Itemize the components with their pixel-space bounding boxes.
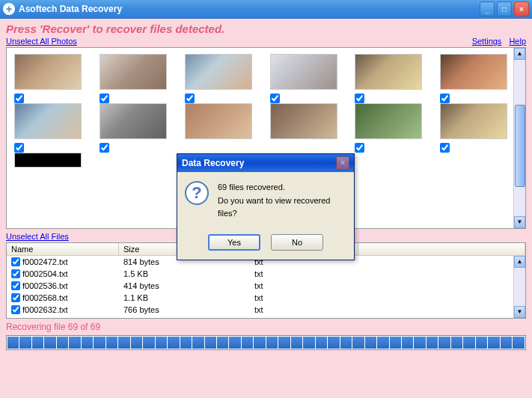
progress-block	[402, 337, 413, 349]
photo-checkbox[interactable]	[100, 143, 109, 153]
file-row[interactable]: f0002504.txt1.5 KBtxt	[7, 268, 525, 280]
file-size: 1.1 KB	[119, 293, 250, 302]
photo-checkbox[interactable]	[14, 94, 24, 103]
progress-block	[291, 337, 302, 349]
file-size: 414 bytes	[119, 281, 250, 290]
photo-item[interactable]	[14, 153, 92, 168]
yes-button[interactable]: Yes	[208, 234, 260, 251]
photo-checkbox[interactable]	[440, 143, 450, 153]
no-button[interactable]: No	[271, 234, 323, 251]
photo-thumb	[185, 103, 252, 139]
file-checkbox[interactable]	[11, 269, 20, 278]
photo-item[interactable]	[185, 103, 263, 139]
file-row[interactable]: f0002568.txt1.1 KBtxt	[7, 292, 525, 304]
scroll-thumb[interactable]	[515, 105, 525, 187]
progress-block	[316, 337, 327, 349]
file-scrollbar[interactable]: ▲ ▼	[513, 256, 525, 318]
file-name: f0002472.txt	[22, 257, 68, 266]
file-checkbox[interactable]	[11, 305, 20, 314]
window-title: Asoftech Data Recovery	[19, 4, 480, 14]
progress-bar	[6, 335, 526, 350]
file-size: 1.5 KB	[119, 269, 250, 278]
file-extension: txt	[250, 293, 358, 302]
progress-block	[94, 337, 105, 349]
photo-thumb	[14, 153, 82, 168]
progress-block	[254, 337, 265, 349]
photo-checkbox[interactable]	[185, 94, 195, 103]
photo-thumb	[355, 103, 422, 139]
progress-block	[476, 337, 487, 349]
scroll-up-button[interactable]: ▲	[514, 48, 525, 60]
progress-block	[426, 337, 438, 349]
photo-thumb	[270, 103, 337, 139]
help-link[interactable]: Help	[509, 37, 526, 46]
maximize-button[interactable]: □	[497, 1, 512, 16]
progress-block	[205, 337, 216, 349]
photo-checkbox[interactable]	[355, 143, 364, 153]
progress-block	[390, 337, 401, 349]
progress-block	[501, 337, 512, 349]
photo-item[interactable]	[270, 54, 348, 90]
photo-item[interactable]	[355, 54, 432, 90]
instruction-text: Press 'Recover' to recover files detecte…	[6, 22, 526, 35]
photo-item[interactable]	[14, 103, 92, 139]
minimize-button[interactable]: _	[480, 1, 495, 16]
progress-block	[513, 337, 524, 349]
file-name: f0002632.txt	[22, 305, 68, 314]
photo-checkbox[interactable]	[270, 94, 280, 103]
progress-block	[156, 337, 167, 349]
recovery-dialog: Data Recovery × ? 69 files recovered. Do…	[177, 153, 355, 260]
photo-item[interactable]	[100, 54, 177, 90]
photo-checkbox[interactable]	[14, 143, 24, 153]
photo-item[interactable]	[100, 103, 177, 139]
progress-block	[32, 337, 43, 349]
close-button[interactable]: ×	[514, 1, 529, 16]
photo-item[interactable]	[440, 103, 518, 139]
photo-item[interactable]	[270, 103, 348, 139]
photo-scrollbar[interactable]: ▲ ▼	[513, 48, 525, 228]
photo-checkbox[interactable]	[100, 94, 109, 103]
status-text: Recovering file 69 of 69	[6, 322, 526, 332]
photo-checkbox[interactable]	[440, 94, 450, 103]
col-header-name[interactable]: Name	[7, 243, 119, 255]
progress-block	[328, 337, 339, 349]
col-header-blank	[358, 243, 525, 255]
progress-block	[69, 337, 80, 349]
file-checkbox[interactable]	[11, 257, 20, 266]
file-extension: txt	[250, 305, 358, 314]
progress-block	[463, 337, 474, 349]
scroll-down-button[interactable]: ▼	[514, 306, 525, 318]
photo-thumb	[14, 103, 82, 139]
progress-block	[168, 337, 179, 349]
dialog-close-button[interactable]: ×	[336, 156, 349, 170]
photo-thumb	[100, 54, 167, 90]
file-row[interactable]: f0002536.txt414 bytestxt	[7, 280, 525, 292]
scroll-down-button[interactable]: ▼	[514, 216, 525, 228]
progress-block	[131, 337, 142, 349]
progress-block	[266, 337, 278, 349]
settings-link[interactable]: Settings	[472, 37, 502, 46]
file-name: f0002568.txt	[22, 293, 68, 302]
photo-thumb	[100, 103, 167, 139]
file-extension: txt	[250, 281, 358, 290]
photo-item[interactable]	[185, 54, 263, 90]
file-checkbox[interactable]	[11, 293, 20, 302]
app-icon: +	[3, 3, 15, 15]
photo-thumb	[270, 54, 337, 90]
photo-item[interactable]	[355, 103, 432, 139]
progress-block	[19, 337, 31, 349]
photo-checkbox[interactable]	[355, 94, 364, 103]
progress-block	[377, 337, 388, 349]
scroll-up-button[interactable]: ▲	[514, 256, 525, 268]
file-name: f0002504.txt	[22, 269, 68, 278]
progress-block	[106, 337, 117, 349]
unselect-all-files-link[interactable]: Unselect All Files	[6, 232, 69, 241]
file-row[interactable]: f0002632.txt766 bytestxt	[7, 304, 525, 316]
dialog-message: 69 files recovered. Do you want to view …	[218, 181, 346, 221]
photo-item[interactable]	[14, 54, 92, 90]
progress-block	[44, 337, 55, 349]
file-checkbox[interactable]	[11, 281, 20, 290]
photo-item[interactable]	[440, 54, 518, 90]
progress-block	[192, 337, 204, 349]
unselect-all-photos-link[interactable]: Unselect All Photos	[6, 37, 77, 46]
